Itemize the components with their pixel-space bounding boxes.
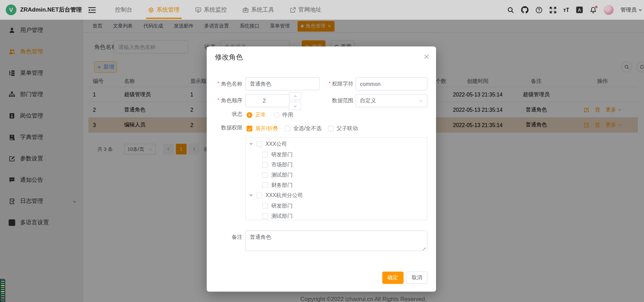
select-all-checkbox[interactable]: 全选/全不选 xyxy=(285,125,321,132)
remark-label: 备注 xyxy=(207,233,242,241)
status-label: 状态 xyxy=(207,110,242,118)
role-key-input[interactable] xyxy=(355,77,428,90)
checkbox-icon[interactable] xyxy=(257,193,262,198)
radio-checked-icon xyxy=(247,112,253,118)
role-key-label: 权限字符 xyxy=(326,77,353,90)
app: V ZRAdmin.NET后台管理 用户管理 角色管理 菜单管理 xyxy=(0,0,644,302)
decrease-icon[interactable] xyxy=(289,102,301,110)
tree-node-dept[interactable]: 测试部门 xyxy=(246,170,427,180)
role-sort-input[interactable] xyxy=(246,94,283,107)
tree-node-company[interactable]: XXX杭州分公司 xyxy=(246,190,427,200)
radio-icon xyxy=(274,112,279,118)
increase-icon[interactable] xyxy=(289,92,301,100)
checkbox-checked-icon xyxy=(247,126,253,131)
checkbox-icon xyxy=(285,126,291,131)
checkbox-icon[interactable] xyxy=(262,152,268,157)
status-normal-radio[interactable]: 正常 xyxy=(247,111,266,119)
role-name-label: 角色名称 xyxy=(207,77,242,90)
remark-textarea[interactable]: 普通角色 xyxy=(245,230,428,251)
chevron-down-icon xyxy=(418,99,423,103)
tree-node-dept[interactable]: 研发部门 xyxy=(246,200,427,211)
department-tree: XXX公司 研发部门 市场部门 测试部门 财务部门 XXX杭州分公司 xyxy=(245,137,428,220)
cancel-button[interactable]: 取消 xyxy=(406,271,428,284)
tree-node-dept[interactable]: 财务部门 xyxy=(246,180,427,190)
checkbox-icon[interactable] xyxy=(262,203,268,209)
checkbox-icon[interactable] xyxy=(262,162,268,167)
checkbox-icon[interactable] xyxy=(257,141,262,147)
dialog-title: 修改角色 xyxy=(215,53,243,62)
data-scope-select[interactable]: 自定义 xyxy=(355,94,428,107)
checkbox-icon xyxy=(328,126,334,131)
checkbox-icon[interactable] xyxy=(262,172,268,178)
confirm-button[interactable]: 确定 xyxy=(382,271,404,284)
role-name-input[interactable] xyxy=(245,77,320,90)
modal-overlay-top xyxy=(0,0,644,20)
devtools-corner-widget[interactable] xyxy=(0,279,5,302)
tree-node-dept[interactable]: 研发部门 xyxy=(246,149,427,159)
tree-node-dept[interactable]: 市场部门 xyxy=(246,159,427,170)
checkbox-icon[interactable] xyxy=(262,213,268,219)
tree-node-dept[interactable]: 测试部门 xyxy=(246,211,427,220)
caret-expanded-icon[interactable] xyxy=(249,143,253,145)
expand-collapse-checkbox[interactable]: 展开/折叠 xyxy=(247,125,278,132)
data-scope-label: 数据范围 xyxy=(326,94,353,107)
role-sort-label: 角色顺序 xyxy=(207,94,242,107)
edit-role-dialog: 修改角色 角色名称 权限字符 角色顺序 数据范围 自定义 状态 正常 xyxy=(207,47,436,292)
close-dialog-icon[interactable] xyxy=(424,54,430,59)
data-permission-label: 数据权限 xyxy=(207,124,242,132)
role-sort-stepper[interactable] xyxy=(245,94,296,107)
tree-node-company[interactable]: XXX公司 xyxy=(246,139,427,149)
caret-expanded-icon[interactable] xyxy=(249,194,253,196)
checkbox-icon[interactable] xyxy=(262,182,268,188)
status-disabled-radio[interactable]: 停用 xyxy=(274,111,293,119)
parent-child-link-checkbox[interactable]: 父子联动 xyxy=(328,125,358,132)
